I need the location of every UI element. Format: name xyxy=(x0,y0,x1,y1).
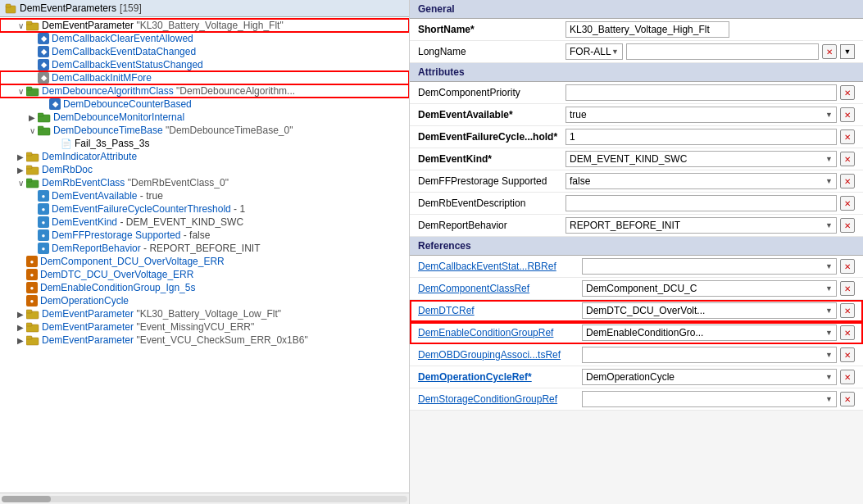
scrollbar-thumb[interactable] xyxy=(2,496,51,502)
expand-drb[interactable]: ▶ xyxy=(15,166,26,175)
tree-item-dek[interactable]: ● DemEventKind - DEM_EVENT_KIND_SWC xyxy=(0,216,409,229)
attr-label-0: DemComponentPriority xyxy=(418,87,565,98)
ref-clear-4[interactable]: ✕ xyxy=(840,347,855,362)
tree-item-drb[interactable]: ▶ DemRbDoc xyxy=(0,163,409,176)
ref-label-1[interactable]: DemComponentClassRef xyxy=(418,283,582,294)
expand-dbt[interactable]: ∨ xyxy=(26,126,38,135)
shortname-input[interactable] xyxy=(565,21,729,38)
tree-item-cb3[interactable]: ◆ DemCallbackEventStatusChanged xyxy=(0,58,409,71)
ref-clear-5[interactable]: ✕ xyxy=(840,370,855,384)
expand-ep4[interactable]: ▶ xyxy=(15,336,26,345)
attr-dropdown-arrow-1: ▼ xyxy=(825,111,833,119)
ref-label-6[interactable]: DemStorageConditionGroupRef xyxy=(418,393,582,405)
ref-clear-2[interactable]: ✕ xyxy=(840,303,855,318)
ref-clear-6[interactable]: ✕ xyxy=(840,392,855,406)
attr-control-5: ✕ xyxy=(565,195,855,211)
tree-item-doc[interactable]: ● DemOperationCycle xyxy=(0,294,409,307)
attr-clear-3[interactable]: ✕ xyxy=(840,152,855,166)
svg-rect-13 xyxy=(26,166,32,169)
tree-header: DemEventParameters [159] xyxy=(0,0,409,17)
expand-icon-root[interactable]: ∨ xyxy=(15,21,26,30)
ref-label-2[interactable]: DemDTCRef xyxy=(418,305,582,316)
ref-dropdown-1[interactable]: DemComponent_DCU_C ▼ xyxy=(582,280,837,297)
expand-drbc[interactable]: ∨ xyxy=(15,179,26,188)
expand-dia[interactable]: ▶ xyxy=(15,152,26,161)
attr-dropdown-4[interactable]: false ▼ xyxy=(565,173,837,189)
longname-more-btn[interactable]: ▼ xyxy=(840,44,855,59)
ref-dropdown-3[interactable]: DemEnableConditionGro... ▼ xyxy=(582,325,837,341)
ref-label-0[interactable]: DemCallbackEventStat...RBRef xyxy=(418,261,582,272)
tree-item-defcc[interactable]: ● DemEventFailureCycleCounterThreshold -… xyxy=(0,202,409,216)
tree-item-dia[interactable]: ▶ DemIndicatorAttribute xyxy=(0,150,409,163)
longname-input[interactable] xyxy=(626,43,819,60)
folder-icon-dba xyxy=(26,85,39,97)
tree-container[interactable]: ∨ DemEventParameter "KL30_Battery_Voltag… xyxy=(0,17,409,493)
expand-dba[interactable]: ∨ xyxy=(15,87,26,96)
ref-dropdown-6[interactable]: ▼ xyxy=(582,391,837,407)
ref-clear-1[interactable]: ✕ xyxy=(840,281,855,296)
tree-item-dba[interactable]: ∨ DemDebounceAlgorithmClass "DemDebounce… xyxy=(0,84,409,98)
shortname-row: ShortName* xyxy=(410,19,863,41)
attr-dropdown-arrow-6: ▼ xyxy=(825,221,833,229)
tree-item-dff[interactable]: ● DemFFPrestorage Supported - false xyxy=(0,229,409,242)
item-icon-defcc: ● xyxy=(38,203,49,215)
tree-label-dcomp: DemComponent_DCU_OverVoltage_ERR xyxy=(40,256,225,267)
longname-clear-btn[interactable]: ✕ xyxy=(822,44,837,59)
tree-item-drbc[interactable]: ∨ DemRbEventClass "DemRbEventClass_0" xyxy=(0,176,409,189)
tree-item-drb2[interactable]: ● DemReportBehavior - REPORT_BEFORE_INIT xyxy=(0,242,409,255)
tree-item-ep4[interactable]: ▶ DemEventParameter "Event_VCU_CheckSum_… xyxy=(0,334,409,347)
attr-input-0[interactable] xyxy=(565,84,837,101)
attr-dropdown-arrow-3: ▼ xyxy=(825,155,833,163)
attr-input-2[interactable] xyxy=(565,129,837,145)
tree-item-ep2[interactable]: ▶ DemEventParameter "KL30_Battery_Voltag… xyxy=(0,307,409,320)
item-icon-dek: ● xyxy=(38,216,49,228)
tree-item-root[interactable]: ∨ DemEventParameter "KL30_Battery_Voltag… xyxy=(0,19,409,32)
ref-clear-3[interactable]: ✕ xyxy=(840,325,855,340)
ref-dropdown-2[interactable]: DemDTC_DCU_OverVolt... ▼ xyxy=(582,302,837,319)
ref-control-0: ▼ ✕ xyxy=(582,258,855,275)
tree-item-fail[interactable]: 📄 Fail_3s_Pass_3s xyxy=(0,137,409,150)
attr-clear-4[interactable]: ✕ xyxy=(840,174,855,188)
tree-item-dbm[interactable]: ▶ DemDebounceMonitorInternal xyxy=(0,111,409,124)
tree-item-ddtc[interactable]: ● DemDTC_DCU_OverVoltage_ERR xyxy=(0,268,409,281)
expand-ep3[interactable]: ▶ xyxy=(15,323,26,332)
attr-clear-2[interactable]: ✕ xyxy=(840,129,855,144)
tree-item-cb2[interactable]: ◆ DemCallbackEventDataChanged xyxy=(0,45,409,58)
ref-dropdown-arrow-3: ▼ xyxy=(825,329,833,337)
attr-clear-5[interactable]: ✕ xyxy=(840,196,855,211)
attr-row-2: DemEventFailureCycle...hold* ✕ xyxy=(410,126,863,148)
expand-dbm[interactable]: ▶ xyxy=(26,113,38,122)
scrollbar-track[interactable] xyxy=(2,496,407,502)
ref-label-4[interactable]: DemOBDGroupingAssoci...tsRef xyxy=(418,349,582,361)
ref-row-1: DemComponentClassRef DemComponent_DCU_C … xyxy=(410,278,863,300)
ref-label-5[interactable]: DemOperationCycleRef* xyxy=(418,371,582,383)
ref-clear-0[interactable]: ✕ xyxy=(840,259,855,274)
ref-label-3[interactable]: DemEnableConditionGroupRef xyxy=(418,327,582,338)
attr-dropdown-1[interactable]: true ▼ xyxy=(565,107,837,123)
tree-label-drbc: DemRbEventClass "DemRbEventClass_0" xyxy=(42,177,229,188)
tree-item-ep3[interactable]: ▶ DemEventParameter "Event_MissingVCU_ER… xyxy=(0,320,409,334)
longname-lang-dropdown[interactable]: FOR-ALL ▼ xyxy=(565,43,623,60)
tree-item-den[interactable]: ● DemEnableConditionGroup_Ign_5s xyxy=(0,281,409,294)
ref-dropdown-0[interactable]: ▼ xyxy=(582,258,837,275)
tree-item-dbt[interactable]: ∨ DemDebounceTimeBase "DemDebounceTimeBa… xyxy=(0,124,409,137)
attr-dropdown-6[interactable]: REPORT_BEFORE_INIT ▼ xyxy=(565,217,837,234)
attr-dropdown-3[interactable]: DEM_EVENT_KIND_SWC ▼ xyxy=(565,151,837,167)
tree-label-dea: DemEventAvailable xyxy=(52,190,138,202)
attr-input-5[interactable] xyxy=(565,195,837,211)
ref-control-2: DemDTC_DCU_OverVolt... ▼ ✕ xyxy=(582,302,855,319)
expand-ep2[interactable]: ▶ xyxy=(15,310,26,319)
horizontal-scrollbar[interactable] xyxy=(0,493,409,504)
ref-dropdown-5[interactable]: DemOperationCycle ▼ xyxy=(582,369,837,385)
ref-dropdown-4[interactable]: ▼ xyxy=(582,347,837,363)
item-icon-drb2: ● xyxy=(38,243,49,254)
tree-item-cb4[interactable]: ◆ DemCallbackInitMFore xyxy=(0,71,409,84)
tree-item-dea[interactable]: ● DemEventAvailable - true xyxy=(0,189,409,202)
tree-item-cb1[interactable]: ◆ DemCallbackClearEventAllowed xyxy=(0,32,409,45)
attr-clear-6[interactable]: ✕ xyxy=(840,218,855,233)
attr-clear-0[interactable]: ✕ xyxy=(840,85,855,100)
attr-clear-1[interactable]: ✕ xyxy=(840,107,855,122)
tree-item-dbc[interactable]: ◆ DemDebounceCounterBased xyxy=(0,98,409,111)
item-icon-doc: ● xyxy=(26,295,38,306)
tree-item-dcomp[interactable]: ● DemComponent_DCU_OverVoltage_ERR xyxy=(0,255,409,268)
